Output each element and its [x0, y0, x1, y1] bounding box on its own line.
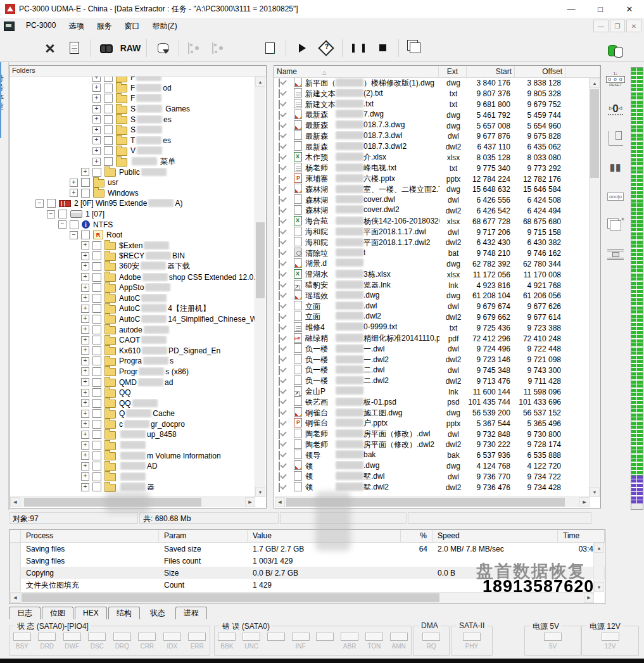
menu-item-服务[interactable]: 服务 [90, 18, 118, 34]
file-row[interactable]: 瑶瑶效.dwgdwg61 208 10461 206 056 [275, 291, 590, 301]
expand-plus-icon[interactable]: + [81, 472, 89, 481]
tree-item[interactable]: +up_8458 [10, 429, 255, 440]
menu-item-PC-3000[interactable]: PC-3000 [20, 18, 62, 34]
column-ext[interactable]: Ext [439, 66, 467, 77]
export-disk-button[interactable] [151, 38, 175, 58]
tree-item[interactable]: + [10, 472, 255, 483]
expand-plus-icon[interactable]: + [70, 179, 78, 187]
tree-checkbox[interactable] [92, 283, 101, 292]
tree-checkbox[interactable] [92, 325, 101, 334]
file-checkbox[interactable] [279, 408, 280, 417]
tree-checkbox[interactable] [104, 115, 113, 124]
file-row[interactable]: 陶老师房平面（修改）.dwldwl9 732 8489 730 800 [275, 429, 590, 439]
expand-plus-icon[interactable]: + [81, 389, 89, 397]
tree-item[interactable]: + 菜单 [10, 156, 255, 167]
scroll-left-icon[interactable]: ◀ [10, 593, 20, 603]
file-checkbox[interactable] [279, 270, 280, 279]
file-row[interactable]: 铜雀台户.pptxpptx5 367 5445 365 496 [275, 419, 590, 429]
tree-checkbox[interactable] [92, 451, 101, 460]
expand-plus-icon[interactable]: + [81, 262, 89, 270]
tree-checkbox[interactable] [104, 136, 113, 145]
file-checkbox[interactable] [279, 238, 280, 247]
tree-item[interactable]: +CAOT [10, 335, 255, 346]
file-row[interactable]: 清除垃tbat9 748 2109 746 162 [275, 248, 590, 259]
expand-plus-icon[interactable]: + [81, 451, 89, 460]
tree-checkbox[interactable] [104, 157, 113, 166]
scroll-up-icon[interactable]: ▲ [255, 77, 265, 87]
tree-item[interactable]: +AutoC [10, 293, 255, 303]
expand-plus-icon[interactable]: + [81, 346, 89, 355]
tree-checkbox[interactable] [81, 189, 90, 198]
tree-checkbox[interactable] [92, 388, 101, 397]
scroll-right-icon[interactable]: ▶ [245, 497, 255, 507]
file-checkbox[interactable] [279, 462, 280, 470]
stop-button[interactable] [370, 38, 395, 58]
menu-item-帮助(Z)[interactable]: 帮助(Z) [146, 18, 183, 34]
tree-item[interactable]: +usr [10, 177, 255, 188]
file-checkbox[interactable] [279, 440, 280, 449]
tree-checkbox[interactable] [92, 367, 101, 376]
file-row[interactable]: 铁艺画板-01.psdpsd101 435 744101 433 696 [275, 397, 590, 408]
tree-item[interactable]: +Windows [10, 188, 255, 199]
expand-plus-icon[interactable]: + [92, 84, 101, 92]
tree-checkbox[interactable] [104, 146, 113, 155]
process-row[interactable]: Saving filesSaved size1.7 GB/ 2.7 GB642.… [9, 543, 605, 555]
pause-button[interactable] [346, 38, 370, 58]
tree-item[interactable]: +Fod [10, 83, 255, 94]
column-name[interactable]: Name△ [274, 66, 439, 77]
tree-item[interactable]: −NTFS [10, 219, 255, 230]
file-row[interactable]: 森林湖cover.dwl2dwl26 426 5426 424 494 [275, 206, 590, 217]
save-results-button[interactable] [258, 38, 282, 58]
file-row[interactable]: 柬埔寨六楼.pptxpptx12 784 22412 782 176 [275, 174, 590, 184]
tree-checkbox[interactable] [104, 77, 113, 82]
tree-item[interactable]: +$RECYBIN [10, 251, 255, 262]
file-checkbox[interactable] [279, 355, 280, 364]
recalibrate-button[interactable]: 0 [603, 96, 628, 122]
tree-checkbox[interactable] [92, 294, 101, 303]
minimize-button[interactable]: — [557, 0, 586, 18]
expand-plus-icon[interactable]: + [81, 325, 89, 334]
tree-checkbox[interactable] [104, 94, 113, 103]
tree-item[interactable]: +$Exten [10, 241, 255, 251]
tree-item[interactable]: −Root [10, 230, 255, 241]
collapse-minus-icon[interactable]: − [35, 199, 44, 208]
tree-checkbox[interactable] [104, 125, 113, 134]
tree-item[interactable]: −2 [0F] Win95 ExtendeA) [10, 198, 255, 209]
file-row[interactable]: 领导bakbak6 537 9366 535 888 [275, 450, 590, 461]
file-row[interactable]: 森林湖室、一楼、二楼立面2.7(1...dwg15 648 63215 646 … [275, 184, 590, 195]
tree-item[interactable]: +Adobeshop CS5 Extended 12.0.3.0 [10, 272, 255, 282]
column-percent[interactable]: % [401, 530, 432, 542]
file-row[interactable]: 负一楼二.dwl2dwl29 713 4769 711 428 [275, 376, 590, 386]
scrollbar-thumb[interactable] [590, 89, 599, 178]
tree-checkbox[interactable] [92, 273, 101, 282]
expand-plus-icon[interactable]: + [81, 273, 89, 281]
scrollbar-thumb[interactable] [22, 593, 439, 602]
file-row[interactable]: 立面.dwl2dwl29 679 6629 677 614 [275, 312, 590, 323]
tree-checkbox[interactable] [92, 420, 101, 429]
scroll-down-icon[interactable]: ▼ [590, 487, 600, 497]
scroll-up-icon[interactable]: ▲ [594, 543, 604, 553]
start-button[interactable] [290, 38, 314, 58]
file-checkbox[interactable] [279, 291, 280, 300]
file-checkbox[interactable] [279, 377, 280, 386]
expand-plus-icon[interactable]: + [81, 378, 89, 386]
tree-checkbox[interactable] [92, 346, 101, 355]
expand-plus-icon[interactable]: + [81, 252, 89, 260]
tree-item[interactable]: +autode [10, 324, 255, 335]
mdi-restore-button[interactable]: ❐ [610, 20, 625, 32]
file-row[interactable]: 陶老师房平面（修改）.dwl2dwl29 730 2229 728 174 [275, 439, 590, 450]
tree-item[interactable]: +cgr_docpro [10, 419, 255, 430]
expand-plus-icon[interactable]: + [92, 126, 101, 134]
menu-item-窗口[interactable]: 窗口 [118, 18, 146, 34]
expand-plus-icon[interactable]: + [92, 158, 101, 166]
tab-HEX[interactable]: HEX [75, 607, 107, 619]
file-checkbox[interactable] [279, 472, 280, 481]
sector-map-strip[interactable] [631, 67, 643, 510]
connector-button[interactable] [603, 242, 628, 267]
expand-plus-icon[interactable]: + [81, 441, 89, 450]
expand-plus-icon[interactable]: + [81, 294, 89, 302]
tree-item[interactable]: +S Games [10, 104, 255, 115]
file-checkbox[interactable] [279, 153, 280, 162]
tree-item[interactable]: +360安器下载 [10, 262, 255, 272]
file-row[interactable]: 海和院平面2018.1.17.dwl2dwl26 432 4306 430 38… [275, 237, 590, 248]
